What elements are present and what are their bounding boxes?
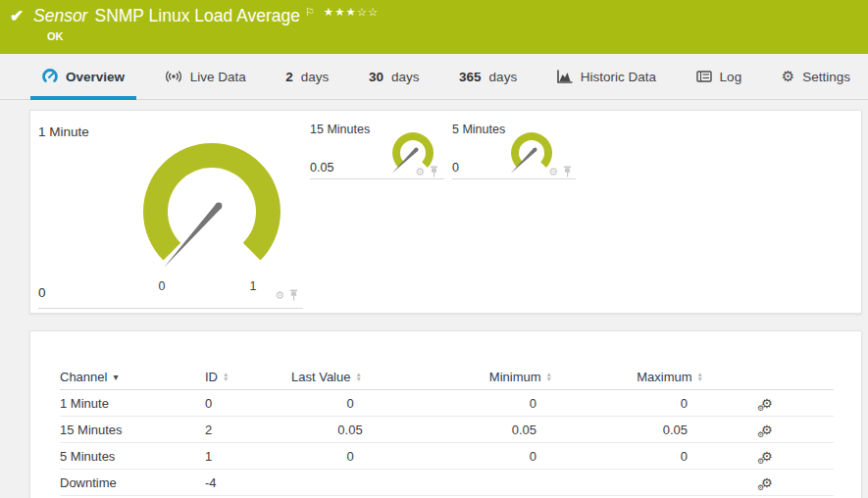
channel-last-value: 0.05 xyxy=(291,423,409,437)
column-header-maximum[interactable]: Maximum ▲▼ xyxy=(566,370,717,384)
priority-stars-icon[interactable]: ★★★☆☆ xyxy=(324,6,380,18)
channel-id: -4 xyxy=(205,475,291,490)
log-list-icon xyxy=(696,71,712,82)
channel-settings-icon[interactable]: ⚙⚙ xyxy=(761,396,773,411)
channel-name: 1 Minute xyxy=(60,396,205,411)
tab-label: Historic Data xyxy=(581,70,656,84)
tab-log[interactable]: Log xyxy=(685,54,754,99)
tab-number: 30 xyxy=(369,70,383,84)
area-chart-icon xyxy=(557,70,573,83)
gauge-1-minute: 1 Minute 0 1 0 ⚙ xyxy=(38,117,303,309)
channel-table: Channel ▾ ID ▲▼ Last Value ▲▼ Minimum ▲▼… xyxy=(30,331,861,496)
tab-bar: Overview Live Data 2 days 30 days 365 da… xyxy=(0,54,868,100)
column-header-channel[interactable]: Channel ▾ xyxy=(60,370,205,384)
channel-last-value: 0 xyxy=(291,396,409,411)
tab-label: days xyxy=(391,70,420,84)
gauge-15-minutes: 15 Minutes 0.05 ⚙ xyxy=(310,119,444,179)
tab-number: 365 xyxy=(459,70,482,84)
column-header-last-value[interactable]: Last Value ▲▼ xyxy=(291,370,409,384)
flag-icon[interactable]: ⚐ xyxy=(305,6,315,18)
object-type-label: Sensor xyxy=(33,6,87,25)
channel-minimum: 0 xyxy=(409,396,566,411)
gauge-dial xyxy=(509,132,554,177)
channel-table-panel: Channel ▾ ID ▲▼ Last Value ▲▼ Minimum ▲▼… xyxy=(29,330,862,498)
sort-icon: ▲▼ xyxy=(355,373,361,381)
tab-number: 2 xyxy=(285,70,293,84)
tab-live-data[interactable]: Live Data xyxy=(153,54,258,99)
pin-icon[interactable] xyxy=(430,166,438,177)
gauge-title: 15 Minutes xyxy=(310,123,370,136)
sort-icon: ▲▼ xyxy=(697,373,703,381)
sensor-name: SNMP Linux Load Average xyxy=(94,6,300,25)
gear-icon: ⚙ xyxy=(782,68,794,85)
column-header-id[interactable]: ID ▲▼ xyxy=(205,370,291,384)
table-header-row: Channel ▾ ID ▲▼ Last Value ▲▼ Minimum ▲▼… xyxy=(60,365,834,390)
table-row: 1 Minute 0 0 0 0 ⚙⚙ xyxy=(60,390,834,417)
gauge-controls: ⚙ xyxy=(415,166,438,177)
sort-icon: ▲▼ xyxy=(546,373,552,381)
gauge-scale-min: 0 xyxy=(152,279,172,293)
tab-label: Live Data xyxy=(190,70,246,84)
channel-id: 2 xyxy=(205,423,291,437)
channel-maximum: 0 xyxy=(566,449,717,464)
gauges-panel: 1 Minute 0 1 0 ⚙ 15 Minutes 0.05 ⚙ xyxy=(29,110,862,314)
tab-30-days[interactable]: 30 days xyxy=(357,54,432,99)
channel-maximum: 0.05 xyxy=(566,423,717,437)
channel-id: 0 xyxy=(205,396,291,411)
gauge-current-value: 0.05 xyxy=(310,161,333,174)
page-title: SensorSNMP Linux Load Average⚐★★★☆☆ xyxy=(33,6,379,26)
gauge-controls: ⚙ xyxy=(275,289,298,301)
channel-settings-icon[interactable]: ⚙⚙ xyxy=(761,475,773,490)
channel-minimum: 0 xyxy=(409,449,566,464)
channel-minimum: 0.05 xyxy=(409,423,566,437)
channel-name: Downtime xyxy=(60,475,205,490)
sort-icon: ▲▼ xyxy=(223,373,229,381)
tab-label: days xyxy=(301,70,330,84)
column-header-minimum[interactable]: Minimum ▲▼ xyxy=(409,370,566,384)
gauge-scale-max: 1 xyxy=(243,279,263,293)
table-row: 5 Minutes 1 0 0 0 ⚙⚙ xyxy=(60,443,834,470)
channel-name: 5 Minutes xyxy=(60,449,205,464)
tab-2-days[interactable]: 2 days xyxy=(274,54,340,99)
tab-label: Settings xyxy=(802,70,850,84)
tab-label: Log xyxy=(720,70,742,84)
table-row: Downtime -4 ⚙⚙ xyxy=(60,470,834,496)
tab-label: Overview xyxy=(66,70,125,84)
gauge-dial xyxy=(143,143,281,280)
gauge-title: 5 Minutes xyxy=(452,123,505,136)
tab-365-days[interactable]: 365 days xyxy=(447,54,529,99)
sensor-header: ✔ SensorSNMP Linux Load Average⚐★★★☆☆ OK xyxy=(0,0,868,54)
tab-historic-data[interactable]: Historic Data xyxy=(545,54,668,99)
gauge-controls: ⚙ xyxy=(548,166,572,177)
tab-settings[interactable]: ⚙ Settings xyxy=(770,54,862,99)
sorted-desc-icon: ▾ xyxy=(113,372,118,382)
broadcast-icon xyxy=(165,70,182,83)
channel-name: 15 Minutes xyxy=(60,423,205,437)
status-ok-check-icon: ✔ xyxy=(10,6,24,26)
channel-settings-icon[interactable]: ⚙⚙ xyxy=(761,449,773,464)
gauge-current-value: 0 xyxy=(452,161,459,174)
gauge-settings-icon[interactable]: ⚙ xyxy=(548,167,558,177)
gauge-icon xyxy=(42,69,58,84)
pin-icon[interactable] xyxy=(563,166,572,177)
channel-last-value: 0 xyxy=(291,449,409,464)
table-row: 15 Minutes 2 0.05 0.05 0.05 ⚙⚙ xyxy=(60,417,834,443)
gauge-settings-icon[interactable]: ⚙ xyxy=(275,290,284,301)
gauge-5-minutes: 5 Minutes 0 ⚙ xyxy=(452,119,576,179)
channel-settings-icon[interactable]: ⚙⚙ xyxy=(761,423,773,437)
channel-id: 1 xyxy=(205,449,291,464)
gauge-current-value: 0 xyxy=(38,285,46,300)
tab-label: days xyxy=(489,70,518,84)
pin-icon[interactable] xyxy=(289,289,298,301)
channel-maximum: 0 xyxy=(566,396,717,411)
gauge-settings-icon[interactable]: ⚙ xyxy=(415,167,425,177)
gauge-title: 1 Minute xyxy=(38,124,89,139)
tab-overview[interactable]: Overview xyxy=(30,54,136,99)
status-badge: OK xyxy=(47,30,64,42)
